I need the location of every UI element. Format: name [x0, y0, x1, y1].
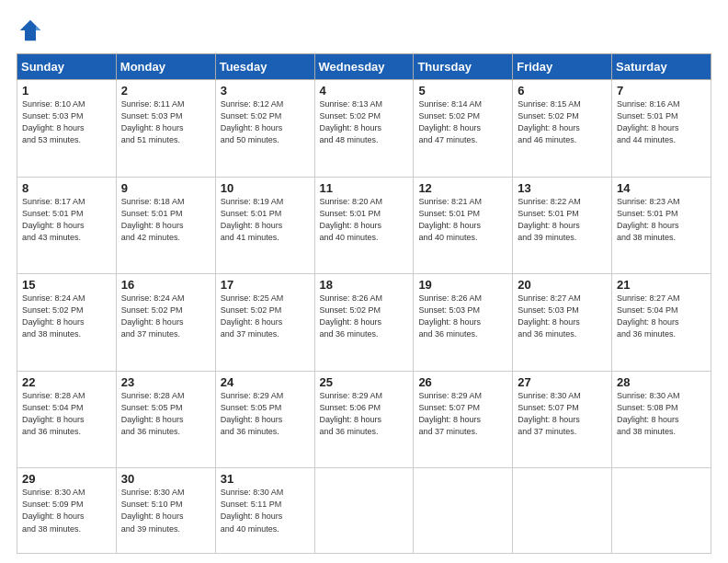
logo: [17, 17, 48, 44]
day-number: 21: [617, 278, 706, 292]
day-number: 15: [22, 278, 111, 292]
cell-info: Sunrise: 8:21 AM Sunset: 5:01 PM Dayligh…: [418, 196, 507, 244]
week-row-5: 29Sunrise: 8:30 AM Sunset: 5:09 PM Dayli…: [17, 468, 711, 554]
calendar-cell: 27Sunrise: 8:30 AM Sunset: 5:07 PM Dayli…: [513, 371, 612, 468]
calendar-cell: 14Sunrise: 8:23 AM Sunset: 5:01 PM Dayli…: [612, 177, 711, 274]
week-row-2: 8Sunrise: 8:17 AM Sunset: 5:01 PM Daylig…: [17, 177, 711, 274]
cell-info: Sunrise: 8:29 AM Sunset: 5:07 PM Dayligh…: [418, 390, 507, 438]
calendar-cell: 12Sunrise: 8:21 AM Sunset: 5:01 PM Dayli…: [414, 177, 513, 274]
day-number: 25: [320, 375, 409, 389]
calendar-cell: 15Sunrise: 8:24 AM Sunset: 5:02 PM Dayli…: [17, 274, 117, 372]
cell-info: Sunrise: 8:19 AM Sunset: 5:01 PM Dayligh…: [221, 196, 310, 244]
cell-info: Sunrise: 8:23 AM Sunset: 5:01 PM Dayligh…: [617, 196, 706, 244]
cell-info: Sunrise: 8:25 AM Sunset: 5:02 PM Dayligh…: [221, 293, 310, 340]
cell-info: Sunrise: 8:27 AM Sunset: 5:03 PM Dayligh…: [518, 293, 607, 340]
calendar-cell: [414, 468, 513, 554]
day-number: 24: [221, 375, 310, 389]
calendar-cell: 21Sunrise: 8:27 AM Sunset: 5:04 PM Dayli…: [612, 274, 711, 372]
calendar-header: SundayMondayTuesdayWednesdayThursdayFrid…: [17, 54, 711, 80]
week-row-4: 22Sunrise: 8:28 AM Sunset: 5:04 PM Dayli…: [17, 371, 711, 468]
calendar-cell: [513, 468, 612, 554]
header-row: SundayMondayTuesdayWednesdayThursdayFrid…: [17, 54, 711, 80]
cell-info: Sunrise: 8:28 AM Sunset: 5:05 PM Dayligh…: [121, 390, 210, 438]
calendar-cell: 24Sunrise: 8:29 AM Sunset: 5:05 PM Dayli…: [215, 371, 314, 468]
calendar-cell: 22Sunrise: 8:28 AM Sunset: 5:04 PM Dayli…: [17, 371, 117, 468]
cell-info: Sunrise: 8:20 AM Sunset: 5:01 PM Dayligh…: [320, 196, 409, 244]
day-number: 10: [221, 181, 310, 195]
header: [17, 17, 711, 44]
day-number: 26: [418, 375, 507, 389]
cell-info: Sunrise: 8:30 AM Sunset: 5:07 PM Dayligh…: [518, 390, 607, 438]
calendar-cell: 9Sunrise: 8:18 AM Sunset: 5:01 PM Daylig…: [116, 177, 215, 274]
calendar-cell: 1Sunrise: 8:10 AM Sunset: 5:03 PM Daylig…: [17, 80, 117, 178]
calendar-cell: [612, 468, 711, 554]
cell-info: Sunrise: 8:14 AM Sunset: 5:02 PM Dayligh…: [418, 98, 507, 146]
day-number: 20: [518, 278, 607, 292]
calendar-cell: 8Sunrise: 8:17 AM Sunset: 5:01 PM Daylig…: [17, 177, 117, 274]
day-number: 6: [518, 84, 607, 98]
cell-info: Sunrise: 8:13 AM Sunset: 5:02 PM Dayligh…: [320, 98, 409, 146]
day-number: 12: [418, 181, 507, 195]
cell-info: Sunrise: 8:24 AM Sunset: 5:02 PM Dayligh…: [121, 293, 210, 340]
day-number: 29: [22, 472, 111, 486]
cell-info: Sunrise: 8:29 AM Sunset: 5:05 PM Dayligh…: [221, 390, 310, 438]
calendar-cell: 7Sunrise: 8:16 AM Sunset: 5:01 PM Daylig…: [612, 80, 711, 178]
calendar-cell: 13Sunrise: 8:22 AM Sunset: 5:01 PM Dayli…: [513, 177, 612, 274]
calendar-cell: 23Sunrise: 8:28 AM Sunset: 5:05 PM Dayli…: [116, 371, 215, 468]
cell-info: Sunrise: 8:10 AM Sunset: 5:03 PM Dayligh…: [22, 98, 111, 146]
calendar-cell: 19Sunrise: 8:26 AM Sunset: 5:03 PM Dayli…: [414, 274, 513, 372]
col-header-saturday: Saturday: [612, 54, 711, 80]
calendar-cell: 30Sunrise: 8:30 AM Sunset: 5:10 PM Dayli…: [116, 468, 215, 554]
day-number: 5: [418, 84, 507, 98]
col-header-wednesday: Wednesday: [314, 54, 414, 80]
week-row-3: 15Sunrise: 8:24 AM Sunset: 5:02 PM Dayli…: [17, 274, 711, 372]
day-number: 2: [121, 84, 210, 98]
calendar-cell: [314, 468, 414, 554]
day-number: 13: [518, 181, 607, 195]
day-number: 22: [22, 375, 111, 389]
col-header-friday: Friday: [513, 54, 612, 80]
cell-info: Sunrise: 8:29 AM Sunset: 5:06 PM Dayligh…: [320, 390, 409, 438]
svg-marker-1: [36, 26, 40, 30]
week-row-1: 1Sunrise: 8:10 AM Sunset: 5:03 PM Daylig…: [17, 80, 711, 178]
day-number: 8: [22, 181, 111, 195]
cell-info: Sunrise: 8:12 AM Sunset: 5:02 PM Dayligh…: [221, 98, 310, 146]
cell-info: Sunrise: 8:17 AM Sunset: 5:01 PM Dayligh…: [22, 196, 111, 244]
cell-info: Sunrise: 8:26 AM Sunset: 5:03 PM Dayligh…: [418, 293, 507, 340]
col-header-thursday: Thursday: [414, 54, 513, 80]
calendar-cell: 16Sunrise: 8:24 AM Sunset: 5:02 PM Dayli…: [116, 274, 215, 372]
day-number: 28: [617, 375, 706, 389]
calendar-cell: 3Sunrise: 8:12 AM Sunset: 5:02 PM Daylig…: [215, 80, 314, 178]
day-number: 1: [22, 84, 111, 98]
cell-info: Sunrise: 8:18 AM Sunset: 5:01 PM Dayligh…: [121, 196, 210, 244]
day-number: 11: [320, 181, 409, 195]
cell-info: Sunrise: 8:30 AM Sunset: 5:08 PM Dayligh…: [617, 390, 706, 438]
calendar-cell: 2Sunrise: 8:11 AM Sunset: 5:03 PM Daylig…: [116, 80, 215, 178]
day-number: 18: [320, 278, 409, 292]
day-number: 17: [221, 278, 310, 292]
cell-info: Sunrise: 8:30 AM Sunset: 5:10 PM Dayligh…: [121, 487, 210, 534]
day-number: 31: [221, 472, 310, 486]
day-number: 16: [121, 278, 210, 292]
calendar-cell: 10Sunrise: 8:19 AM Sunset: 5:01 PM Dayli…: [215, 177, 314, 274]
col-header-tuesday: Tuesday: [215, 54, 314, 80]
col-header-monday: Monday: [116, 54, 215, 80]
day-number: 9: [121, 181, 210, 195]
calendar-cell: 25Sunrise: 8:29 AM Sunset: 5:06 PM Dayli…: [314, 371, 414, 468]
cell-info: Sunrise: 8:28 AM Sunset: 5:04 PM Dayligh…: [22, 390, 111, 438]
page: SundayMondayTuesdayWednesdayThursdayFrid…: [0, 0, 728, 563]
calendar-cell: 6Sunrise: 8:15 AM Sunset: 5:02 PM Daylig…: [513, 80, 612, 178]
col-header-sunday: Sunday: [17, 54, 117, 80]
cell-info: Sunrise: 8:26 AM Sunset: 5:02 PM Dayligh…: [320, 293, 409, 340]
calendar-cell: 18Sunrise: 8:26 AM Sunset: 5:02 PM Dayli…: [314, 274, 414, 372]
day-number: 19: [418, 278, 507, 292]
calendar-cell: 17Sunrise: 8:25 AM Sunset: 5:02 PM Dayli…: [215, 274, 314, 372]
cell-info: Sunrise: 8:30 AM Sunset: 5:09 PM Dayligh…: [22, 487, 111, 534]
day-number: 4: [320, 84, 409, 98]
logo-icon: [17, 17, 44, 44]
calendar-cell: 28Sunrise: 8:30 AM Sunset: 5:08 PM Dayli…: [612, 371, 711, 468]
calendar-cell: 31Sunrise: 8:30 AM Sunset: 5:11 PM Dayli…: [215, 468, 314, 554]
cell-info: Sunrise: 8:30 AM Sunset: 5:11 PM Dayligh…: [221, 487, 310, 534]
calendar-table: SundayMondayTuesdayWednesdayThursdayFrid…: [17, 53, 711, 554]
day-number: 14: [617, 181, 706, 195]
